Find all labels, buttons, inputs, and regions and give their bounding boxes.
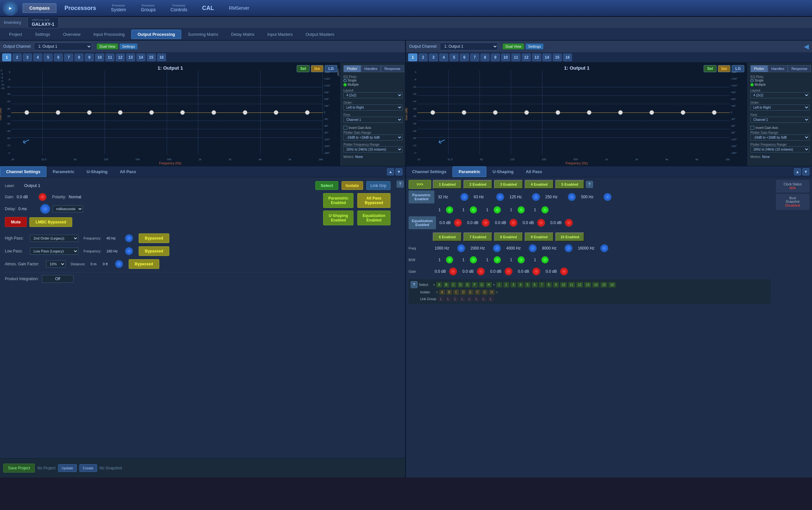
nav-tab-controls[interactable]: Processor Controls (164, 2, 194, 14)
left-eq-dot-1[interactable] (25, 110, 29, 115)
tab-output-masters[interactable]: Output Masters (299, 30, 341, 39)
left-gain-range-select[interactable]: -18dB to +18dB by 6dB (343, 134, 402, 141)
left-eq-dot-2[interactable] (56, 110, 60, 115)
select-num-2[interactable]: 2 (503, 282, 509, 288)
gain-knob-param-8[interactable] (505, 268, 513, 275)
bw-knob-1[interactable] (446, 206, 453, 213)
left-ch-5[interactable]: 5 (44, 54, 53, 61)
param-nav-btn[interactable]: >>> (409, 180, 431, 189)
freq-knob-8[interactable] (529, 244, 536, 252)
select-num-5[interactable]: 5 (525, 282, 530, 288)
create-btn[interactable]: Create (79, 464, 97, 472)
right-eq-dot-1[interactable] (431, 110, 435, 115)
right-order-select[interactable]: Left to Right (750, 104, 809, 111)
select-num-13[interactable]: 13 (584, 282, 591, 288)
left-output-channel-select[interactable]: 1: Output 1 (34, 42, 92, 50)
left-order-select[interactable]: Left to Right (343, 104, 402, 111)
low-pass-bypassed-btn[interactable]: Bypassed (139, 246, 169, 256)
right-ch-5[interactable]: 5 (450, 54, 459, 61)
link-l-5[interactable]: L (467, 296, 472, 302)
gain-knob-param-1[interactable] (454, 219, 462, 227)
right-invert-gain-row[interactable]: Invert Gain Axis (750, 126, 809, 129)
right-ch-2[interactable]: 2 (418, 54, 428, 61)
select-e[interactable]: E (465, 282, 470, 288)
select-num-6[interactable]: 6 (532, 282, 538, 288)
left-freq-range-select[interactable]: 16Hz to 24kHz (10 octaves) (343, 146, 402, 152)
tab-input-masters[interactable]: Input Masters (261, 30, 299, 39)
left-ch-16[interactable]: 16 (157, 54, 166, 61)
link-l-2[interactable]: L (445, 296, 451, 302)
left-eq-dot-4[interactable] (118, 110, 122, 115)
right-ch-8[interactable]: 8 (481, 54, 490, 61)
left-eq-dot-6[interactable] (180, 110, 185, 115)
select-num-7[interactable]: 7 (539, 282, 545, 288)
isolate-e[interactable]: E (468, 290, 473, 295)
link-grp-button[interactable]: Link Grp (366, 181, 390, 190)
parametric-enabled-btn[interactable]: ParametricEnabled (323, 193, 353, 208)
right-plotter-tab-plotter[interactable]: Plotter (750, 65, 768, 72)
left-tab-parametric[interactable]: Parametric (47, 166, 80, 177)
select-num-10[interactable]: 10 (560, 282, 567, 288)
atmos-select[interactable]: 10% (46, 261, 65, 268)
right-eq-dot-6[interactable] (587, 110, 591, 115)
freq-knob-6[interactable] (457, 244, 465, 252)
left-ch-2[interactable]: 2 (12, 54, 22, 61)
gain-knob-param-4[interactable] (537, 219, 545, 227)
left-tab-u-shaping[interactable]: U-Shaping (80, 166, 114, 177)
right-ch-6[interactable]: 6 (460, 54, 469, 61)
band-5-enabled-btn[interactable]: 5 Enabled (555, 180, 584, 189)
left-ch-13[interactable]: 13 (126, 54, 135, 61)
right-ch-11[interactable]: 11 (512, 54, 520, 61)
parametric-enabled-label[interactable]: ParametricEnabled (409, 190, 434, 203)
isolate-g[interactable]: G (482, 290, 488, 295)
select-num-14[interactable]: 14 (592, 282, 599, 288)
right-eq-dot-4[interactable] (524, 110, 529, 115)
param-help-btn[interactable]: ? (586, 181, 593, 188)
isolate-button[interactable]: Isolate (342, 181, 363, 190)
left-tab-all-pass[interactable]: All Pass (114, 166, 142, 177)
all-pass-bypassed-btn[interactable]: All PassBypassed (357, 193, 390, 208)
tab-input-processing[interactable]: Input Processing (87, 30, 131, 39)
right-tab-u-shaping[interactable]: U-Shaping (486, 166, 520, 177)
bw-knob-5[interactable] (542, 206, 549, 213)
right-eq-dot-10[interactable] (712, 110, 717, 115)
right-radio-single[interactable]: Single (750, 79, 809, 82)
band-2-enabled-btn[interactable]: 2 Enabled (463, 180, 492, 189)
select-num-16[interactable]: 16 (609, 282, 615, 288)
right-ch-4[interactable]: 4 (439, 54, 448, 61)
hp-freq-knob[interactable] (125, 234, 133, 242)
freq-knob-9[interactable] (565, 244, 572, 252)
freq-knob-2[interactable] (496, 193, 504, 201)
freq-knob-3[interactable] (532, 193, 540, 201)
select-f[interactable]: F (472, 282, 477, 288)
isolate-f[interactable]: F (475, 290, 481, 295)
band-1-enabled-btn[interactable]: 1 Enabled (433, 180, 462, 189)
right-layout-select[interactable]: 4 (2x2) (750, 92, 809, 98)
left-ch-7[interactable]: 7 (64, 54, 73, 61)
left-ch-12[interactable]: 12 (116, 54, 125, 61)
link-l-4[interactable]: L (460, 296, 465, 302)
select-num-15[interactable]: 15 (601, 282, 607, 288)
right-eq-dot-2[interactable] (462, 110, 466, 115)
select-num-9[interactable]: 9 (553, 282, 559, 288)
left-first-select[interactable]: Channel 1 (343, 117, 402, 123)
nav-tab-groups[interactable]: Processor Groups (134, 2, 163, 14)
low-pass-select[interactable]: Low Pass (Legacy) (30, 248, 78, 255)
save-project-btn[interactable]: Save Project (3, 463, 35, 473)
nav-tab-cal[interactable]: CAL (196, 3, 221, 14)
gain-knob-param-10[interactable] (560, 268, 568, 275)
bw-knob-10[interactable] (542, 256, 549, 263)
left-ch-11[interactable]: 11 (106, 54, 114, 61)
select-b[interactable]: B (443, 282, 449, 288)
high-pass-select[interactable]: 2nd Order (Legacy) (30, 235, 78, 242)
eq-enabled-label[interactable]: EqualizationEnabled (409, 216, 436, 229)
left-invert-gain-checkbox[interactable] (343, 126, 347, 129)
left-invert-gain-row[interactable]: Invert Gain Axis (343, 126, 402, 129)
delay-unit-select[interactable]: milliseconds (53, 205, 83, 212)
gain-knob-param-7[interactable] (477, 268, 485, 275)
right-ch-16[interactable]: 16 (563, 54, 572, 61)
right-ch-15[interactable]: 15 (553, 54, 562, 61)
select-num-8[interactable]: 8 (546, 282, 552, 288)
nav-tab-processors[interactable]: Processors (58, 3, 103, 14)
tab-project[interactable]: Project (3, 30, 28, 39)
